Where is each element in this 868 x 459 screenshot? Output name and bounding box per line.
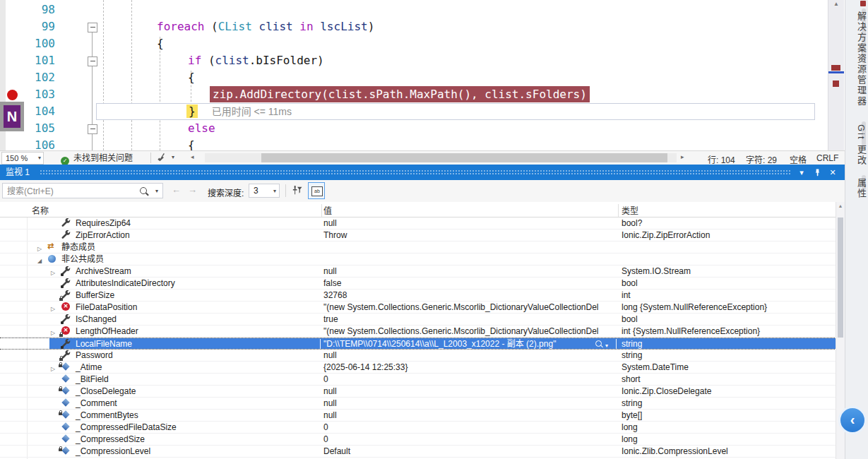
scroll-up-icon[interactable]: ▲ <box>836 203 845 208</box>
code-line[interactable]: zip.AddDirectory(clist.sPath.MaxPath(), … <box>210 86 590 103</box>
watch-column-headers[interactable]: 名称 值 类型 <box>0 202 845 217</box>
editor-vertical-scrollbar[interactable]: ▲ <box>828 0 844 150</box>
watch-row[interactable]: _CompressedSize0long <box>0 434 836 446</box>
tab-properties[interactable]: 属性 <box>845 178 868 199</box>
watch-value[interactable]: 32768 <box>323 290 616 301</box>
expander-icon[interactable]: ◢ <box>37 256 42 266</box>
code-line[interactable]: if (clist.bIsFolder) <box>188 52 324 69</box>
watch-row[interactable]: _CompressionLevelDefaultIonic.Zlib.Compr… <box>0 446 836 458</box>
watch-value[interactable]: "D:\\TEMP\\0714\\250614\\a\\L_L2003_x120… <box>323 339 590 350</box>
code-line[interactable]: { <box>157 35 164 52</box>
scroll-right-icon[interactable]: ▸ <box>681 153 684 160</box>
search-dropdown-icon[interactable]: ▾ <box>155 188 158 194</box>
watch-value[interactable]: {2025-06-14 12:25:33} <box>323 362 616 373</box>
watch-value[interactable]: null <box>323 386 616 397</box>
column-header-name[interactable]: 名称 <box>32 204 49 216</box>
pin-icon[interactable] <box>811 165 824 180</box>
watch-row[interactable]: _CommentBytesnullbyte[] <box>0 410 836 422</box>
watch-row[interactable]: _CloseDelegatenullIonic.Zip.CloseDelegat… <box>0 386 836 398</box>
watch-row[interactable]: _CompressedFileDataSize0long <box>0 422 836 434</box>
expander-icon[interactable]: ▷ <box>51 304 55 314</box>
watch-value[interactable]: 0 <box>323 422 616 433</box>
code-editor[interactable]: 9899100101102103104105106 foreach (CList… <box>0 0 845 150</box>
column-divider[interactable] <box>618 204 619 217</box>
watch-row[interactable]: BufferSize32768int <box>0 290 836 302</box>
status-space-mode[interactable]: 空格 <box>790 153 807 165</box>
scroll-up-icon[interactable]: ▲ <box>828 0 844 8</box>
watch-row[interactable]: ▷_Atime{2025-06-14 12:25:33}System.DateT… <box>0 362 836 374</box>
watch-value[interactable]: null <box>323 410 616 421</box>
watch-value[interactable]: 0 <box>323 374 616 385</box>
status-eol-mode[interactable]: CRLF <box>816 153 838 163</box>
watch-name: _CompressionLevel <box>76 446 150 457</box>
magnifier-icon[interactable] <box>595 340 602 347</box>
zoom-level-select[interactable]: 150 % ▾ <box>1 152 44 165</box>
back-icon[interactable]: ← <box>172 184 181 195</box>
code-line[interactable]: { <box>188 69 195 86</box>
column-header-type[interactable]: 类型 <box>622 204 638 216</box>
code-line[interactable]: }已用时间 <= 11ms <box>186 103 292 120</box>
pin-filter-icon[interactable] <box>291 185 302 198</box>
search-input[interactable] <box>4 184 132 198</box>
horizontal-scrollbar[interactable] <box>205 153 677 162</box>
watch-value[interactable]: 0 <box>323 434 616 445</box>
fold-toggle[interactable] <box>88 56 97 66</box>
watch-row[interactable]: AttributesIndicateDirectoryfalsebool <box>0 278 836 290</box>
watch-value[interactable]: null <box>323 350 616 361</box>
watch-title-bar[interactable]: 监视 1 ▾ ✕ <box>0 165 845 180</box>
health-indicator[interactable]: ✓未找到相关问题 <box>61 153 133 164</box>
watch-row[interactable]: _Commentnullstring <box>0 398 836 410</box>
scrollbar-caret-marker <box>828 71 844 73</box>
chevron-down-icon[interactable]: ▾ <box>172 154 174 160</box>
watch-value[interactable]: Default <box>323 446 616 457</box>
expander-icon[interactable]: ▷ <box>51 268 55 278</box>
watch-row[interactable]: ▷✕FileDataPosition"(new System.Collectio… <box>0 302 836 314</box>
search-box[interactable]: ▾ <box>2 183 163 198</box>
window-position-icon[interactable]: ▾ <box>795 165 808 180</box>
tab-git-changes[interactable]: Git 更改 <box>845 124 868 165</box>
watch-value[interactable]: null <box>323 398 616 409</box>
text-visualizer-toggle[interactable]: ab <box>308 182 325 199</box>
watch-value[interactable]: null <box>323 218 616 229</box>
code-line[interactable]: foreach (CList clist in lscList) <box>157 18 374 35</box>
watch-value[interactable]: "(new System.Collections.Generic.Mscorli… <box>323 326 616 337</box>
code-line[interactable]: { <box>188 137 195 150</box>
watch-value[interactable]: "(new System.Collections.Generic.Mscorli… <box>323 302 616 313</box>
close-icon[interactable]: ✕ <box>826 165 839 180</box>
scrollbar-thumb[interactable] <box>261 153 667 162</box>
watch-value[interactable]: true <box>323 314 616 325</box>
code-line[interactable]: else <box>188 120 215 137</box>
expander-icon[interactable]: ▷ <box>37 244 42 254</box>
fold-toggle[interactable] <box>88 124 97 134</box>
expander-icon[interactable]: ▷ <box>51 364 55 374</box>
tab-solution-explorer[interactable]: 解决方案资源管理器 <box>845 11 868 107</box>
watch-row[interactable]: ▷✕LengthOfHeader"(new System.Collections… <box>0 326 836 338</box>
watch-row[interactable]: RequiresZip64nullbool? <box>0 217 836 230</box>
expander-icon[interactable]: ▷ <box>51 328 55 338</box>
fold-toggle[interactable] <box>88 23 97 32</box>
watch-name: Password <box>76 350 113 361</box>
breakpoint-indicator[interactable] <box>7 90 18 100</box>
watch-value[interactable]: false <box>323 278 616 289</box>
watch-value[interactable]: Throw <box>323 230 616 241</box>
watch-panel: 监视 1 ▾ ✕ ▾ ← → 搜索深度: 3 ▾ <box>0 165 845 459</box>
scrollbar-thumb[interactable] <box>838 217 843 338</box>
scroll-left-icon[interactable]: ◂ <box>191 153 194 160</box>
magnifier-dropdown-icon[interactable]: ▾ <box>605 340 608 351</box>
perf-tip[interactable]: 已用时间 <= 11ms <box>198 106 292 117</box>
watch-row[interactable]: ZipErrorActionThrowIonic.Zip.ZipErrorAct… <box>0 230 836 242</box>
column-header-value[interactable]: 值 <box>323 204 332 216</box>
watch-row[interactable]: IsChangedtruebool <box>0 314 836 326</box>
watch-row[interactable]: ▷⇄静态成员 <box>0 242 836 254</box>
column-divider[interactable] <box>321 204 322 217</box>
collapse-panel-button[interactable]: ‹ <box>838 406 867 434</box>
watch-row[interactable]: ▷ArchiveStreamnullSystem.IO.Stream <box>0 266 836 278</box>
watch-row[interactable]: _BitField0short <box>0 374 836 386</box>
forward-icon[interactable]: → <box>188 184 197 195</box>
watch-value[interactable]: null <box>323 266 616 277</box>
watch-row[interactable]: Passwordnullstring <box>0 350 836 362</box>
watch-row[interactable]: ◢非公共成员 <box>0 254 836 266</box>
search-depth-select[interactable]: 3 ▾ <box>249 184 280 198</box>
code-cleanup-button[interactable] <box>157 153 167 165</box>
watch-row[interactable]: LocalFileName"D:\\TEMP\\0714\\250614\\a\… <box>0 338 836 350</box>
